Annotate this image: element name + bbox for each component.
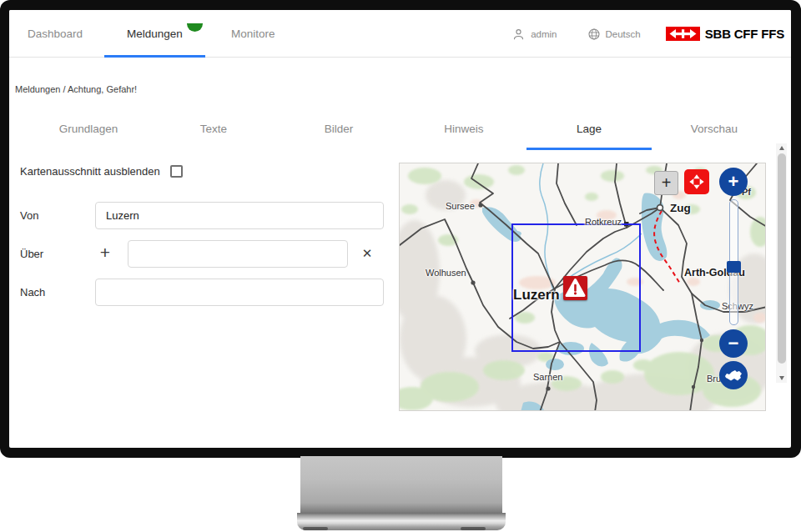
chevron-down-icon bbox=[187, 23, 203, 32]
minus-icon: − bbox=[728, 334, 739, 353]
tab-bilder[interactable]: Bilder bbox=[276, 114, 401, 143]
stand-foot bbox=[461, 527, 486, 530]
plus-icon: + bbox=[662, 173, 672, 193]
page-scrollbar[interactable] bbox=[776, 143, 787, 383]
pan-extent-button[interactable] bbox=[684, 169, 709, 194]
browser-viewport: Dashboard Meldungen Monitore bbox=[9, 10, 791, 448]
secondary-zoom-in-button[interactable]: + bbox=[654, 171, 678, 195]
language-menu[interactable]: Deutsch bbox=[587, 28, 641, 41]
clear-via-button[interactable]: ✕ bbox=[360, 246, 375, 261]
tab-label: Hinweis bbox=[444, 123, 483, 135]
add-via-button[interactable]: + bbox=[98, 245, 113, 260]
tab-label: Lage bbox=[577, 123, 602, 135]
tab-label: Vorschau bbox=[691, 123, 738, 135]
tab-bar: Grundlagen Texte Bilder Hinweis Lage Vor… bbox=[26, 114, 777, 143]
monitor-stand-base bbox=[297, 513, 506, 530]
navbar-right: admin Deutsch bbox=[511, 10, 784, 58]
zoom-slider-handle[interactable] bbox=[727, 261, 741, 273]
brand-name: SBB CFF FFS bbox=[705, 27, 784, 41]
monitor-stand bbox=[300, 456, 502, 514]
page: Dashboard Meldungen Monitore bbox=[0, 0, 801, 532]
warning-marker[interactable] bbox=[563, 276, 587, 300]
nav-item-dashboard[interactable]: Dashboard bbox=[28, 10, 83, 58]
to-input[interactable] bbox=[95, 279, 384, 306]
tab-grundlagen[interactable]: Grundlagen bbox=[26, 114, 151, 143]
plus-icon: + bbox=[728, 173, 739, 191]
monitor-bezel: Dashboard Meldungen Monitore bbox=[0, 0, 801, 458]
map-container: Sursee Wolhusen Luzern Rotkreuz Zug Arth… bbox=[399, 163, 766, 411]
nav-label: Dashboard bbox=[28, 28, 83, 40]
hide-map-checkbox[interactable] bbox=[170, 165, 183, 178]
globe-icon bbox=[587, 28, 601, 41]
tab-lage[interactable]: Lage bbox=[526, 114, 652, 143]
zoom-in-button[interactable]: + bbox=[719, 168, 748, 196]
zoom-out-button[interactable]: − bbox=[719, 329, 748, 358]
nav-item-meldungen[interactable]: Meldungen bbox=[127, 10, 203, 58]
from-label: Von bbox=[20, 209, 38, 222]
tab-label: Bilder bbox=[325, 123, 354, 135]
via-label: Über bbox=[20, 248, 43, 260]
nav-item-monitore[interactable]: Monitore bbox=[231, 10, 275, 58]
active-tab-underline bbox=[526, 148, 652, 150]
reset-extent-button[interactable] bbox=[719, 361, 748, 389]
to-label: Nach bbox=[20, 286, 45, 299]
switzerland-icon bbox=[725, 370, 742, 381]
via-input[interactable] bbox=[128, 240, 348, 268]
stand-foot bbox=[303, 527, 328, 530]
tab-hinweis[interactable]: Hinweis bbox=[401, 114, 526, 143]
hide-map-label: Kartenausschnitt ausblenden bbox=[20, 165, 160, 178]
user-menu[interactable]: admin bbox=[511, 27, 557, 42]
user-icon bbox=[511, 27, 526, 42]
tab-label: Grundlagen bbox=[59, 123, 118, 135]
user-name: admin bbox=[531, 29, 557, 39]
language-label: Deutsch bbox=[606, 29, 641, 39]
from-input[interactable] bbox=[95, 202, 384, 229]
tab-texte[interactable]: Texte bbox=[151, 114, 276, 143]
breadcrumb: Meldungen / Achtung, Gefahr! bbox=[15, 84, 137, 94]
nav-label: Meldungen bbox=[127, 28, 183, 40]
brand-logo: SBB CFF FFS bbox=[666, 27, 784, 41]
warning-triangle-icon bbox=[563, 276, 587, 300]
scrollbar-thumb[interactable] bbox=[778, 153, 786, 364]
scrollbar-up-arrow[interactable] bbox=[776, 143, 787, 153]
tab-vorschau[interactable]: Vorschau bbox=[652, 114, 777, 143]
nav-label: Monitore bbox=[231, 28, 275, 40]
active-nav-underline bbox=[104, 55, 205, 58]
scrollbar-down-arrow[interactable] bbox=[776, 374, 787, 383]
top-navbar: Dashboard Meldungen Monitore bbox=[9, 10, 791, 58]
move-arrows-icon bbox=[688, 173, 706, 191]
sbb-logo-icon bbox=[666, 27, 700, 41]
hide-map-row: Kartenausschnitt ausblenden bbox=[20, 165, 183, 178]
tab-label: Texte bbox=[200, 123, 227, 135]
